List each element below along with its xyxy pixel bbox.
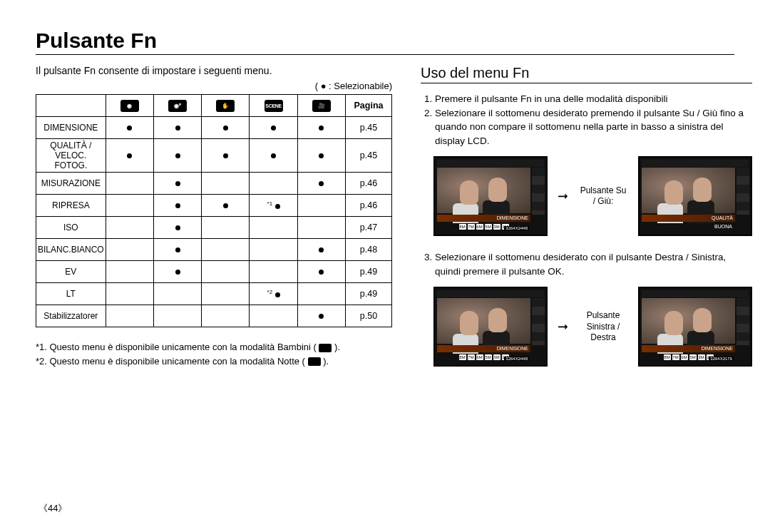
fn-menu-table: ◉ ◉ᴾ ✋ SCENE 🎥 Pagina DIMENSIONEp.45QUAL… [36,94,392,327]
lcd-preview-4: DIMENSIONE 8M7M6M5M3M1M 3264X2176 [638,287,752,367]
table-row: BILANC.BIANCOp.48 [36,239,392,261]
arrow-icon: ➞ [558,188,568,204]
table-row: RIPRESA*1 p.46 [36,195,392,217]
caption-updown: Pulsante Su / Giù: [578,185,628,208]
table-row: ISOp.47 [36,217,392,239]
footnotes: *1. Questo menu è disponibile unicamente… [36,340,392,368]
steps-list-2: Selezionare il sottomenu desiderato con … [421,250,752,278]
lcd-row-1: DIMENSIONE 8M7M6M5M3M1M 3264X2448 ➞ Puls… [433,156,752,236]
step-1: Premere il pulsante Fn in una delle moda… [435,92,752,106]
camera-p-icon: ◉ᴾ [168,100,187,112]
step-2: Selezionare il sottomenu desiderato prem… [435,106,752,148]
night-mode-icon [308,357,321,366]
lcd-row-2: DIMENSIONE 8M7M6M5M3M1M 3264X2448 ➞ Puls… [433,287,752,367]
table-row: MISURAZIONEp.46 [36,173,392,195]
camera-icon: ◉ [120,100,139,112]
lcd-preview-3: DIMENSIONE 8M7M6M5M3M1M 3264X2448 [433,287,548,367]
section-rule [421,83,752,83]
lcd-preview-1: DIMENSIONE 8M7M6M5M3M1M 3264X2448 [433,156,548,236]
lcd-preview-2: QUALITÀ BUONA [638,156,752,236]
steps-list: Premere il pulsante Fn in una delle moda… [421,92,752,148]
caption-leftright: Pulsante Sinistra / Destra [578,310,628,344]
video-icon: 🎥 [312,100,331,112]
table-legend: ( ● : Selezionabile) [36,81,392,91]
table-row: Stabilizzatorerp.50 [36,305,392,327]
table-row: QUALITÀ / VELOC. FOTOG.p.45 [36,139,392,173]
children-mode-icon [319,344,332,352]
step-3: Selezionare il sottomenu desiderato con … [435,250,752,278]
page-title: Pulsante Fn [36,29,734,53]
table-row: LT*2 p.49 [36,283,392,305]
page-number: 《44》 [38,502,67,515]
table-row: DIMENSIONEp.45 [36,117,392,139]
arrow-icon: ➞ [558,319,568,334]
intro-text: Il pulsante Fn consente di impostare i s… [36,65,392,76]
table-row: EVp.49 [36,261,392,283]
page-col-header: Pagina [346,95,392,117]
hand-icon: ✋ [216,100,235,112]
title-rule [36,54,734,55]
scene-icon: SCENE [265,100,283,112]
section-title: Uso del menu Fn [421,65,752,81]
